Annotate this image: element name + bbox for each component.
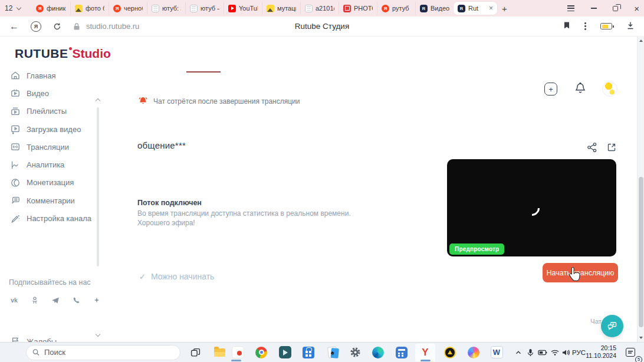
sidebar-item-home[interactable]: Главная <box>0 67 106 84</box>
sidebar-item-analytics[interactable]: Аналитика <box>0 156 106 173</box>
sidebar-scrollbar[interactable] <box>96 99 100 336</box>
start-broadcast-button[interactable]: Начать трансляцию <box>543 263 618 282</box>
media-app-icon[interactable] <box>229 344 246 361</box>
browser-tab[interactable]: RВидео <box>415 2 454 15</box>
yandex-favicon: Я <box>36 5 44 12</box>
close-window-button[interactable]: × <box>634 4 639 13</box>
chrome-icon[interactable] <box>253 344 270 361</box>
sidebar-item-upload-video[interactable]: Загрузка видео <box>0 120 106 138</box>
lock-icon <box>73 22 80 31</box>
language-indicator[interactable]: РУС <box>572 349 586 356</box>
share-icon[interactable] <box>586 141 598 156</box>
running-app-indicator <box>231 360 241 361</box>
telegram-icon[interactable] <box>49 294 62 307</box>
browser-tab[interactable]: ютуб: з <box>147 2 185 15</box>
odnoklassniki-icon[interactable] <box>28 294 41 307</box>
calculator-icon[interactable] <box>393 344 410 361</box>
sidebar-item-videos[interactable]: Видео <box>0 84 106 102</box>
task-view-icon[interactable] <box>187 344 203 361</box>
sidebar-item-broadcasts[interactable]: Трансляции <box>0 138 106 156</box>
image-favicon <box>75 5 83 12</box>
tray-expand-icon[interactable] <box>514 348 523 357</box>
close-tab-icon[interactable]: × <box>489 5 493 12</box>
back-button[interactable]: ← <box>9 21 19 32</box>
browser-tab[interactable]: a2101c <box>300 2 339 15</box>
creative-app-icon[interactable] <box>465 344 482 361</box>
windows-start-icon[interactable] <box>8 348 17 357</box>
bookmark-icon[interactable] <box>563 21 570 32</box>
microphone-icon[interactable] <box>526 348 535 357</box>
browser-tab[interactable]: Ярутуб <box>377 2 415 15</box>
sidebar-item-label: Комментарии <box>27 196 75 205</box>
browser-tab[interactable]: PHOTO <box>339 2 377 15</box>
edge-icon[interactable] <box>370 344 386 361</box>
scroll-up-icon[interactable] <box>96 98 100 103</box>
address-bar[interactable]: studio.rutube.ru <box>86 22 139 31</box>
battery-icon[interactable] <box>600 23 612 29</box>
browser-tab[interactable]: Ячерноб <box>109 2 147 15</box>
preview-player[interactable]: Предпросмотр <box>447 159 616 256</box>
new-tab-button[interactable]: + <box>502 4 507 14</box>
solitaire-icon[interactable]: ♠ <box>324 344 340 361</box>
video-play-app-icon[interactable] <box>277 344 293 361</box>
yandex-favicon: Я <box>113 5 121 12</box>
chat-fab-button[interactable] <box>601 315 623 337</box>
yandex-alert-app-icon[interactable] <box>442 344 458 361</box>
sidebar-item-playlists[interactable]: Плейлисты <box>0 103 106 120</box>
rutube-favicon: R <box>458 5 465 12</box>
minimize-button[interactable] <box>591 8 597 9</box>
page-scrollbar[interactable] <box>637 37 644 342</box>
sidebar-item-channel-settings[interactable]: Настройка канала <box>0 209 106 227</box>
open-external-icon[interactable] <box>606 141 617 156</box>
scroll-down-icon[interactable] <box>96 332 100 337</box>
scroll-down-icon[interactable] <box>639 337 643 339</box>
more-options-icon[interactable] <box>584 22 586 30</box>
refresh-button[interactable] <box>53 22 61 31</box>
yandex-browser-icon[interactable]: Y <box>415 344 435 361</box>
taskbar-search[interactable] <box>26 345 180 360</box>
tray-battery-icon[interactable] <box>538 348 548 357</box>
notification-center-icon[interactable]: 5 <box>622 344 639 361</box>
sidebar-item-label: Загрузка видео <box>27 125 81 134</box>
document-favicon <box>190 5 198 12</box>
youtube-favicon <box>228 5 236 12</box>
scroll-up-icon[interactable] <box>639 40 643 42</box>
user-avatar[interactable] <box>602 81 617 97</box>
volume-icon[interactable] <box>561 348 571 357</box>
sidebar-item-label: Главная <box>27 71 55 80</box>
downloads-icon[interactable] <box>626 21 635 32</box>
ready-indicator: ✓ Можно начинать <box>139 272 214 281</box>
create-upload-button[interactable]: + <box>544 83 557 96</box>
sidebar-item-monetization[interactable]: Монетизация <box>0 174 106 192</box>
scrollbar-thumb[interactable] <box>97 107 99 266</box>
wifi-icon[interactable] <box>550 348 560 357</box>
tab-label: ютуб – <box>201 5 219 12</box>
tab-counter[interactable]: 12 <box>5 4 32 12</box>
browser-tab[interactable]: ютуб – <box>185 2 224 15</box>
notification-count-badge: 5 <box>635 356 642 362</box>
comments-icon <box>10 195 21 206</box>
search-input[interactable] <box>44 348 174 357</box>
taskbar-clock[interactable]: 20:15 11.10.2024 <box>587 344 616 360</box>
word-icon[interactable]: W <box>488 344 505 361</box>
notifications-bell-icon[interactable] <box>574 82 586 95</box>
browser-tab[interactable]: Яфиник <box>32 2 70 15</box>
toolbar-right <box>563 21 635 32</box>
browser-tab[interactable]: фото б <box>70 2 109 15</box>
browser-menu-icon[interactable] <box>567 5 574 11</box>
file-explorer-icon[interactable] <box>211 344 228 361</box>
browser-tab-active[interactable]: RRut× <box>454 2 497 15</box>
restore-button[interactable] <box>613 6 618 11</box>
microsoft-store-icon[interactable] <box>300 344 317 361</box>
yandex-profile-icon[interactable]: Я <box>31 21 41 32</box>
alert-bell-icon <box>138 96 148 106</box>
vk-icon[interactable]: vk <box>8 294 21 307</box>
rutube-studio-logo[interactable]: RUTUBE Studio <box>15 47 111 61</box>
viber-icon[interactable] <box>70 294 83 307</box>
sidebar-item-label: Плейлисты <box>27 107 67 116</box>
browser-tab[interactable]: YouTub <box>224 2 262 15</box>
scrollbar-thumb[interactable] <box>639 177 643 327</box>
settings-gear-icon[interactable] <box>347 344 363 361</box>
browser-tab[interactable]: мутаци <box>262 2 300 15</box>
sidebar-item-comments[interactable]: Комментарии <box>0 192 106 209</box>
